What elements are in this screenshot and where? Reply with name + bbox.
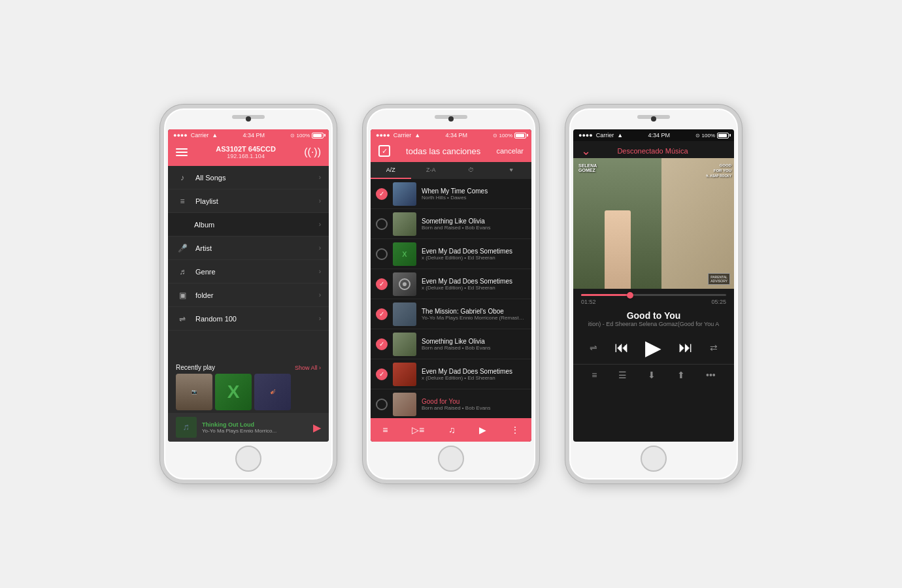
song-title-5: The Mission: Gabriel's Oboe: [422, 308, 526, 315]
song-checkbox-7[interactable]: ✓: [376, 368, 388, 380]
thumb-3-label: 🎻: [269, 388, 277, 396]
recently-play-section: Recently play Show All ›: [168, 359, 329, 374]
toolbar-filter-button[interactable]: ≡: [382, 425, 388, 435]
song-item-2[interactable]: Something Like Olivia Born and Raised • …: [371, 209, 531, 239]
thumb-2[interactable]: X: [215, 374, 252, 410]
song-checkbox-8[interactable]: [376, 399, 388, 410]
chevron-icon-6: ›: [319, 291, 321, 299]
np-artist: Yo-Yo Ma Plays Ennio Morrico...: [202, 428, 313, 434]
np-info: Thinking Out Loud Yo-Yo Ma Plays Ennio M…: [202, 421, 313, 434]
song-title-1: When My Time Comes: [422, 188, 526, 195]
player-song-title: Good to You: [581, 310, 726, 321]
sort-tab-az[interactable]: A/Z: [371, 162, 411, 179]
song-checkbox-5[interactable]: ✓: [376, 308, 388, 320]
folder-icon: ▣: [176, 291, 189, 300]
song-item-6[interactable]: ✓ Something Like Olivia Born and Raised …: [371, 329, 531, 359]
camera-3: [651, 116, 656, 122]
player-header-title: Desconectado Música: [617, 147, 688, 155]
toolbar-add-button[interactable]: ♫: [448, 425, 456, 435]
sort-tab-za[interactable]: Z-A: [411, 162, 452, 179]
phone2-header-top: todas las canciones cancelar: [378, 145, 524, 157]
battery-text-1: 100%: [297, 133, 310, 139]
battery-text-2: 100%: [499, 133, 512, 139]
song-title-4: Even My Dad Does Sometimes: [422, 278, 526, 285]
figure-art: [605, 210, 631, 289]
song-item-8[interactable]: Good for You Born and Raised • Bob Evans: [371, 389, 531, 418]
thumb-1-label: 📷: [192, 389, 197, 395]
phone-2: ●●●● Carrier ▲ 4:34 PM ⊙ 100% todas las: [363, 105, 539, 483]
menu-item-random[interactable]: ⇌ Random 100 ›: [168, 307, 329, 331]
phone1-header: AS3102T 645CCD 192.168.1.104 ((·)): [168, 141, 329, 166]
song-checkbox-2[interactable]: [376, 218, 388, 230]
sort-tab-time[interactable]: ⏱: [451, 162, 492, 179]
phone3-header-top: ⌄ Desconectado Música: [581, 144, 726, 158]
play-button[interactable]: ▶: [645, 335, 661, 360]
camera-2: [448, 116, 454, 122]
time-3: 4:34 PM: [648, 132, 671, 139]
good-for-you-text: GOODFOR YOUft. A$AP ROCKY: [706, 163, 731, 178]
song-item-5[interactable]: ✓ The Mission: Gabriel's Oboe Yo-Yo Ma P…: [371, 299, 531, 329]
song-item-3[interactable]: X Even My Dad Does Sometimes x (Deluxe E…: [371, 239, 531, 269]
selena-art-left: SELENAGOMEZ: [573, 158, 661, 289]
download-button[interactable]: ⬇: [648, 370, 656, 380]
menu-label-playlist: Playlist: [195, 197, 319, 205]
song-artist-2: Born and Raised • Bob Evans: [422, 225, 526, 231]
song-artist-5: Yo-Yo Ma Plays Ennio Morricone (Remaster…: [422, 315, 526, 321]
thumb-3[interactable]: 🎻: [254, 374, 291, 410]
playlist-icon: ≡: [176, 197, 189, 206]
hamburger-menu-button[interactable]: [176, 148, 188, 156]
player-song-artist: ition) - Ed Sheeran Selena Gomaz(Good fo…: [581, 321, 726, 327]
menu-item-playlist[interactable]: ≡ Playlist ›: [168, 189, 329, 213]
show-all-button[interactable]: Show All ›: [295, 365, 321, 371]
song-item-7[interactable]: ✓ Even My Dad Does Sometimes x (Deluxe E…: [371, 359, 531, 389]
share-button[interactable]: ⬆: [677, 370, 685, 380]
now-playing-bar[interactable]: 🎵 Thinking Out Loud Yo-Yo Ma Plays Ennio…: [168, 413, 329, 442]
device-name: AS3102T 645CCD: [216, 145, 276, 153]
dropdown-chevron-icon[interactable]: ⌄: [581, 144, 591, 158]
lyrics-button[interactable]: ☰: [618, 370, 627, 380]
song-artist-4: x (Deluxe Edition) • Ed Sheeran: [422, 285, 526, 291]
menu-item-all-songs[interactable]: ♪ All Songs ›: [168, 166, 329, 189]
more-button[interactable]: •••: [706, 370, 716, 380]
queue-button[interactable]: ≡: [592, 370, 597, 380]
song-thumb-2: [393, 212, 416, 236]
song-checkbox-3[interactable]: [376, 248, 388, 260]
select-all-checkbox[interactable]: [378, 145, 390, 157]
shuffle-button[interactable]: ⇌: [590, 342, 597, 353]
menu-item-genre[interactable]: ♬ Genre ›: [168, 260, 329, 284]
sort-tab-fav[interactable]: ♥: [492, 162, 532, 179]
toolbar-play-button[interactable]: ▶: [479, 425, 486, 435]
song-checkbox-6[interactable]: ✓: [376, 338, 388, 350]
np-play-button[interactable]: ▶: [313, 421, 321, 434]
song-thumb-4: [393, 272, 416, 296]
hamburger-line-3: [176, 155, 188, 156]
song-info-8: Good for You Born and Raised • Bob Evans: [422, 398, 526, 411]
song-info-7: Even My Dad Does Sometimes x (Deluxe Edi…: [422, 368, 526, 381]
thumb-1[interactable]: 📷: [176, 374, 212, 410]
wifi-1: ▲: [212, 132, 218, 139]
menu-item-artist[interactable]: 🎤 Artist ›: [168, 237, 329, 260]
toolbar-more-button[interactable]: ⋮: [510, 425, 520, 435]
song-checkbox-4[interactable]: ✓: [376, 278, 388, 290]
cancel-button[interactable]: cancelar: [496, 147, 524, 155]
menu-item-folder[interactable]: ▣ folder ›: [168, 284, 329, 307]
toolbar-queue-button[interactable]: ▷≡: [412, 425, 424, 435]
song-checkbox-1[interactable]: ✓: [376, 188, 388, 200]
song-thumb-1: [393, 182, 416, 206]
chevron-icon-1: ›: [319, 174, 321, 181]
song-thumb-7: [393, 363, 416, 386]
genre-icon: ♬: [176, 267, 189, 276]
menu-item-album[interactable]: Album ›: [168, 213, 329, 237]
progress-bar-container[interactable]: [581, 294, 726, 296]
repeat-button[interactable]: ⇄: [710, 342, 718, 353]
song-item-1[interactable]: ✓ When My Time Comes North Hills • Dawes: [371, 179, 531, 209]
wifi-button[interactable]: ((·)): [304, 146, 321, 158]
next-button[interactable]: ⏭: [678, 339, 693, 356]
song-thumb-8: [393, 393, 416, 416]
previous-button[interactable]: ⏮: [614, 339, 629, 356]
status-right-1: ⊙ 100%: [290, 133, 324, 139]
song-item-4[interactable]: ✓ Even My Dad Does Sometimes x (Deluxe E…: [371, 269, 531, 299]
song-artist-7: x (Deluxe Edition) • Ed Sheeran: [422, 375, 526, 381]
signal-dots-1: ●●●●: [173, 132, 188, 139]
selena-art: SELENAGOMEZ GOODFOR YOUft. A$AP ROCKY PA…: [573, 158, 734, 289]
